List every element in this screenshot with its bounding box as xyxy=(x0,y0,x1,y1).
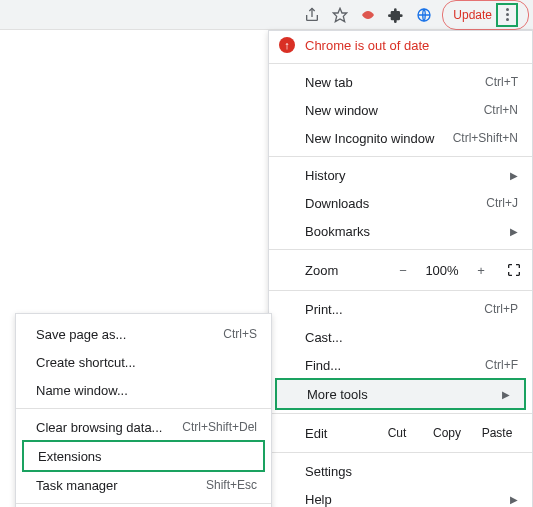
submenu-item-name-window[interactable]: Name window... xyxy=(16,376,271,404)
menu-item-out-of-date[interactable]: ↑ Chrome is out of date xyxy=(269,31,532,59)
separator xyxy=(16,503,271,504)
menu-item-bookmarks[interactable]: Bookmarks▶ xyxy=(269,217,532,245)
svg-marker-0 xyxy=(334,8,347,21)
menu-item-print[interactable]: Print...Ctrl+P xyxy=(269,295,532,323)
main-menu: ↑ Chrome is out of date New tabCtrl+T Ne… xyxy=(268,30,533,507)
kebab-menu-icon[interactable] xyxy=(500,7,514,23)
menu-item-find[interactable]: Find...Ctrl+F xyxy=(269,351,532,379)
zoom-value: 100% xyxy=(422,263,462,278)
submenu-item-extensions[interactable]: Extensions xyxy=(24,442,263,470)
chevron-right-icon: ▶ xyxy=(510,494,518,505)
menu-item-new-incognito[interactable]: New Incognito windowCtrl+Shift+N xyxy=(269,124,532,152)
share-icon[interactable] xyxy=(302,5,322,25)
cut-button[interactable]: Cut xyxy=(372,426,422,440)
separator xyxy=(269,249,532,250)
browser-toolbar: Update xyxy=(0,0,533,30)
zoom-in-button[interactable]: + xyxy=(470,263,492,278)
chevron-right-icon: ▶ xyxy=(510,226,518,237)
menu-item-new-tab[interactable]: New tabCtrl+T xyxy=(269,68,532,96)
out-of-date-label: Chrome is out of date xyxy=(305,38,429,53)
extensions-puzzle-icon[interactable] xyxy=(386,5,406,25)
separator xyxy=(269,63,532,64)
menu-item-downloads[interactable]: DownloadsCtrl+J xyxy=(269,189,532,217)
star-icon[interactable] xyxy=(330,5,350,25)
update-button[interactable]: Update xyxy=(442,0,529,30)
extension-globe-icon[interactable] xyxy=(414,5,434,25)
submenu-item-clear-data[interactable]: Clear browsing data...Ctrl+Shift+Del xyxy=(16,413,271,441)
menu-item-cast[interactable]: Cast... xyxy=(269,323,532,351)
menu-item-settings[interactable]: Settings xyxy=(269,457,532,485)
submenu-item-save-page[interactable]: Save page as...Ctrl+S xyxy=(16,320,271,348)
copy-button[interactable]: Copy xyxy=(422,426,472,440)
separator xyxy=(269,413,532,414)
menu-item-history[interactable]: History▶ xyxy=(269,161,532,189)
kebab-menu-highlight xyxy=(496,3,518,27)
more-tools-highlight: More tools▶ xyxy=(275,378,526,410)
separator xyxy=(269,156,532,157)
zoom-label: Zoom xyxy=(305,263,384,278)
menu-item-new-window[interactable]: New windowCtrl+N xyxy=(269,96,532,124)
fullscreen-icon[interactable] xyxy=(506,262,522,278)
menu-item-edit: Edit Cut Copy Paste xyxy=(269,418,532,448)
chevron-right-icon: ▶ xyxy=(502,389,510,400)
menu-item-zoom: Zoom − 100% + xyxy=(269,254,532,286)
edit-label: Edit xyxy=(305,426,372,441)
separator xyxy=(269,290,532,291)
update-alert-icon: ↑ xyxy=(279,37,295,53)
paste-button[interactable]: Paste xyxy=(472,426,522,440)
zoom-out-button[interactable]: − xyxy=(392,263,414,278)
menu-item-help[interactable]: Help▶ xyxy=(269,485,532,507)
separator xyxy=(16,408,271,409)
update-label: Update xyxy=(453,8,492,22)
extensions-highlight: Extensions xyxy=(22,440,265,472)
separator xyxy=(269,452,532,453)
submenu-item-task-manager[interactable]: Task managerShift+Esc xyxy=(16,471,271,499)
submenu-item-create-shortcut[interactable]: Create shortcut... xyxy=(16,348,271,376)
chevron-right-icon: ▶ xyxy=(510,170,518,181)
menu-item-more-tools[interactable]: More tools▶ xyxy=(277,380,524,408)
extension-1-icon[interactable] xyxy=(358,5,378,25)
more-tools-submenu: Save page as...Ctrl+S Create shortcut...… xyxy=(15,313,272,507)
